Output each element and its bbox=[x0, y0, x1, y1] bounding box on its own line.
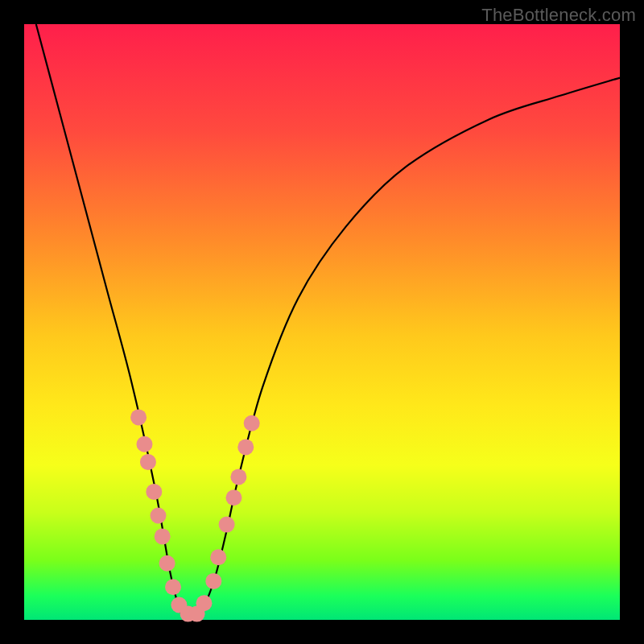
data-marker bbox=[146, 484, 162, 500]
data-marker bbox=[130, 409, 147, 425]
data-marker bbox=[140, 454, 156, 470]
data-marker bbox=[230, 469, 246, 485]
data-marker bbox=[225, 489, 242, 506]
data-marker bbox=[136, 436, 152, 452]
marker-group bbox=[130, 409, 260, 621]
chart-svg bbox=[24, 24, 620, 620]
chart-frame: TheBottleneck.com bbox=[0, 0, 644, 644]
data-marker bbox=[155, 528, 171, 544]
data-marker bbox=[165, 579, 181, 595]
data-marker bbox=[159, 555, 175, 572]
data-marker bbox=[151, 508, 167, 524]
data-marker bbox=[237, 439, 254, 455]
data-marker bbox=[205, 573, 221, 589]
data-marker bbox=[196, 595, 212, 611]
plot-area bbox=[24, 24, 620, 620]
data-marker bbox=[210, 549, 226, 565]
data-marker bbox=[244, 415, 260, 431]
watermark-text: TheBottleneck.com bbox=[481, 5, 636, 26]
data-marker bbox=[219, 517, 235, 533]
bottleneck-curve bbox=[36, 24, 620, 621]
